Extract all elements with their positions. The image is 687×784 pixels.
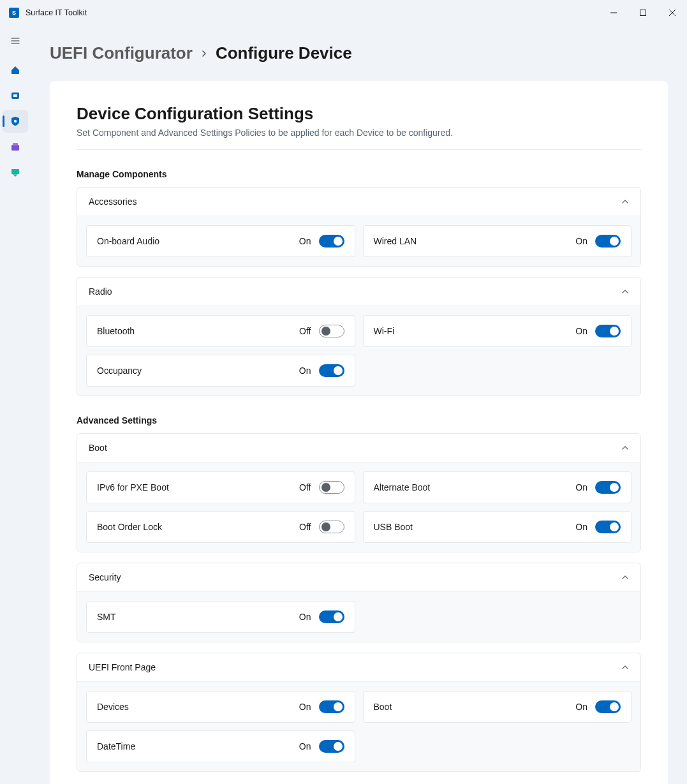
setting-smt: SMT On (86, 601, 355, 633)
breadcrumb-parent[interactable]: UEFI Configurator (50, 43, 193, 63)
toggle-state-label: On (575, 482, 587, 492)
group-title: Accessories (89, 196, 137, 207)
nav-home[interactable] (3, 59, 28, 82)
setting-usb-boot: USB Boot On (363, 511, 632, 543)
toggle-smt[interactable] (319, 610, 344, 623)
setting-label: On-board Audio (97, 236, 159, 246)
setting-bluetooth: Bluetooth Off (86, 315, 355, 347)
nav-uefi-configurator[interactable] (3, 110, 28, 133)
breadcrumb-current: Configure Device (216, 43, 352, 63)
content-panel: Device Configuration Settings Set Compon… (50, 81, 668, 784)
toggle-state-label: Off (299, 522, 311, 532)
setting-occupancy: Occupancy On (86, 355, 355, 387)
svg-rect-11 (13, 143, 18, 145)
toggle-onboard-audio[interactable] (319, 235, 344, 248)
toggle-occupancy[interactable] (319, 364, 344, 377)
toggle-boot-order-lock[interactable] (319, 521, 344, 533)
page-title: Device Configuration Settings (77, 104, 641, 124)
svg-point-9 (14, 120, 17, 122)
chevron-up-icon (621, 573, 629, 581)
section-advanced-settings: Advanced Settings (77, 415, 641, 425)
toggle-state-label: Off (299, 326, 311, 336)
toggle-state-label: On (299, 236, 311, 246)
close-button[interactable] (658, 3, 687, 23)
setting-label: SMT (97, 612, 116, 622)
window-controls (599, 3, 687, 23)
setting-label: Bluetooth (97, 326, 135, 336)
nav-data-eraser[interactable] (3, 84, 28, 107)
page-subtitle: Set Component and Advanced Settings Poli… (77, 128, 641, 150)
group-header-accessories[interactable]: Accessories (77, 188, 640, 216)
group-accessories: Accessories On-board Audio On Wired LAN (77, 187, 641, 267)
toggle-alternate-boot[interactable] (595, 481, 621, 494)
toggle-state-label: On (299, 366, 311, 376)
hamburger-button[interactable] (3, 29, 28, 52)
minimize-button[interactable] (599, 3, 628, 23)
svg-rect-1 (640, 10, 646, 16)
setting-label: USB Boot (374, 522, 413, 532)
toggle-wifi[interactable] (595, 325, 621, 337)
setting-wifi: Wi-Fi On (363, 315, 632, 347)
toggle-state-label: On (299, 702, 311, 712)
section-manage-components: Manage Components (77, 169, 641, 179)
toggle-usb-boot[interactable] (595, 521, 621, 533)
group-title: Radio (89, 286, 112, 297)
group-header-boot[interactable]: Boot (77, 434, 640, 462)
setting-label: Alternate Boot (374, 482, 431, 492)
app-title: Surface IT Toolkit (26, 8, 87, 17)
setting-boot-page: Boot On (363, 691, 632, 723)
toggle-state-label: On (575, 702, 587, 712)
group-security: Security SMT On (77, 563, 641, 642)
svg-rect-8 (13, 94, 17, 97)
nav-rail (0, 26, 31, 784)
toggle-state-label: On (575, 236, 587, 246)
chevron-up-icon (621, 198, 629, 205)
titlebar: S Surface IT Toolkit (0, 0, 687, 26)
toggle-uefi-boot[interactable] (595, 700, 621, 713)
toggle-state-label: Off (299, 482, 311, 492)
breadcrumb: UEFI Configurator Configure Device (50, 26, 668, 81)
setting-onboard-audio: On-board Audio On (86, 225, 355, 257)
toggle-uefi-devices[interactable] (319, 700, 344, 713)
group-header-radio[interactable]: Radio (77, 277, 640, 306)
setting-label: Wi-Fi (374, 326, 395, 336)
setting-label: Occupancy (97, 366, 142, 376)
toggle-state-label: On (575, 326, 587, 336)
setting-ipv6-pxe-boot: IPv6 for PXE Boot Off (86, 471, 355, 503)
group-header-uefi-front[interactable]: UEFI Front Page (77, 653, 640, 682)
toggle-wired-lan[interactable] (595, 235, 621, 248)
chevron-up-icon (621, 663, 629, 671)
setting-devices: Devices On (86, 691, 355, 723)
toggle-uefi-datetime[interactable] (319, 740, 344, 753)
nav-tool-installer[interactable] (3, 161, 28, 184)
chevron-up-icon (621, 288, 629, 295)
maximize-button[interactable] (628, 3, 658, 23)
nav-recovery-tool[interactable] (3, 135, 28, 158)
setting-datetime: DateTime On (86, 730, 355, 762)
toggle-ipv6-pxe[interactable] (319, 481, 344, 494)
svg-rect-10 (11, 145, 19, 151)
chevron-right-icon (200, 50, 208, 57)
toggle-bluetooth[interactable] (319, 325, 344, 337)
setting-label: Wired LAN (374, 236, 417, 246)
toggle-state-label: On (299, 612, 311, 622)
group-uefi-front-page: UEFI Front Page Devices On Boot (77, 653, 641, 772)
setting-label: Devices (97, 702, 129, 712)
setting-wired-lan: Wired LAN On (363, 225, 632, 257)
setting-alternate-boot: Alternate Boot On (363, 471, 632, 503)
setting-boot-order-lock: Boot Order Lock Off (86, 511, 355, 543)
group-header-security[interactable]: Security (77, 563, 640, 592)
group-title: Security (89, 572, 121, 582)
app-icon: S (9, 8, 19, 18)
group-boot: Boot IPv6 for PXE Boot Off Alternate Boo… (77, 433, 641, 552)
group-radio: Radio Bluetooth Off Wi-Fi On (77, 277, 641, 396)
group-title: UEFI Front Page (89, 662, 156, 672)
setting-label: IPv6 for PXE Boot (97, 482, 169, 492)
toggle-state-label: On (299, 741, 311, 751)
group-title: Boot (89, 443, 107, 453)
setting-label: Boot (374, 702, 392, 712)
chevron-up-icon (621, 444, 629, 452)
setting-label: DateTime (97, 741, 135, 751)
setting-label: Boot Order Lock (97, 522, 162, 532)
toggle-state-label: On (575, 522, 587, 532)
